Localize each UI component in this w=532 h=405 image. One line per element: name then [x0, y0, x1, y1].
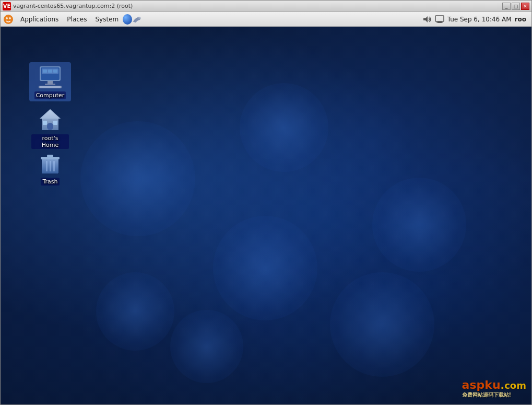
clock-display: Tue Sep 6, 10:46 AM [447, 16, 512, 23]
svg-rect-19 [47, 123, 53, 130]
watermark: aspku.com 免费网站源码下载站! [462, 378, 526, 398]
svg-rect-15 [48, 70, 52, 73]
menu-bar: Applications Places System [1, 12, 531, 27]
svg-rect-21 [53, 121, 57, 125]
title-bar: VE vagrant-centos65.vagrantup.com:2 (roo… [1, 1, 531, 12]
svg-point-3 [138, 17, 140, 18]
svg-rect-14 [43, 70, 47, 73]
bokeh-3 [213, 216, 317, 320]
svg-rect-20 [43, 121, 47, 125]
gnome-logo [3, 14, 14, 25]
volume-icon[interactable] [422, 15, 432, 24]
main-window: VE vagrant-centos65.vagrantup.com:2 (roo… [0, 0, 532, 405]
bokeh-4 [372, 178, 466, 272]
svg-rect-11 [45, 84, 55, 85]
restore-button[interactable]: □ [512, 3, 520, 10]
network-icon[interactable] [123, 15, 132, 24]
svg-rect-13 [40, 86, 61, 88]
svg-rect-5 [438, 21, 442, 22]
display-icon[interactable] [435, 15, 444, 24]
computer-icon[interactable]: Computer [29, 62, 71, 101]
trash-label: Trash [41, 178, 59, 186]
menu-right-panel: Tue Sep 6, 10:46 AM roo [422, 15, 529, 24]
svg-rect-28 [50, 161, 51, 171]
system-menu[interactable]: System [91, 14, 123, 25]
desktop: Computer [1, 27, 531, 404]
close-button[interactable]: ✕ [521, 3, 529, 10]
svg-rect-6 [436, 22, 443, 23]
roots-home-icon[interactable]: root's Home [29, 105, 71, 151]
svg-rect-26 [47, 155, 53, 157]
svg-rect-16 [53, 70, 57, 73]
svg-point-0 [4, 15, 13, 24]
computer-icon-image [38, 64, 63, 89]
svg-marker-22 [41, 110, 60, 119]
trash-icon[interactable]: Trash [29, 148, 71, 188]
minimize-button[interactable]: _ [502, 3, 511, 10]
applications-menu[interactable]: Applications [16, 14, 63, 25]
bokeh-5 [96, 272, 174, 351]
roots-home-label: root's Home [31, 134, 69, 149]
svg-rect-27 [46, 161, 48, 171]
app-icon: VE [3, 2, 11, 10]
svg-point-2 [9, 17, 11, 19]
bokeh-1 [80, 121, 195, 236]
trash-icon-image [38, 151, 63, 176]
user-display: roo [515, 16, 526, 23]
bokeh-2 [240, 83, 328, 172]
home-icon-image [38, 107, 63, 132]
computer-label: Computer [34, 91, 66, 99]
places-menu[interactable]: Places [63, 14, 91, 25]
window-controls: _ □ ✕ [502, 3, 529, 10]
svg-rect-29 [53, 161, 55, 171]
watermark-sub: 免费网站源码下载站! [462, 392, 526, 398]
svg-point-1 [6, 17, 8, 19]
window-title: vagrant-centos65.vagrantup.com:2 (root) [13, 3, 502, 9]
bird-icon[interactable] [132, 15, 141, 24]
bokeh-6 [330, 272, 434, 377]
svg-rect-10 [48, 81, 53, 84]
bokeh-7 [170, 310, 243, 383]
svg-rect-4 [435, 16, 444, 21]
